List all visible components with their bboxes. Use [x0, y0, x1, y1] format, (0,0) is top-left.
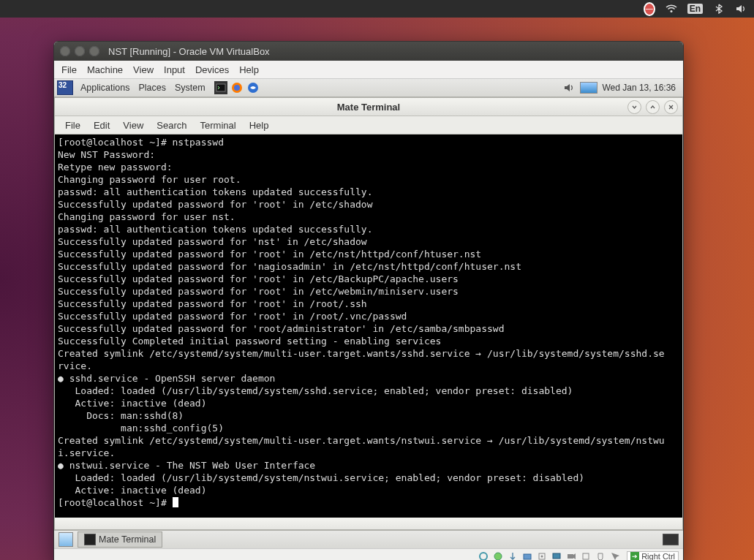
vbox-status-display-icon[interactable] [551, 550, 562, 560]
svg-point-5 [480, 553, 487, 560]
bluetooth-icon[interactable] [713, 3, 725, 15]
vbox-menu-input[interactable]: Input [164, 64, 185, 75]
guest-clock[interactable]: Wed Jan 13, 16:36 [602, 83, 680, 93]
svg-point-3 [234, 85, 240, 91]
vbox-statusbar: ➔ Right Ctrl [54, 548, 683, 560]
vbox-window-title: NST [Running] - Oracle VM VirtualBox [108, 46, 270, 57]
terminal-minimize-button[interactable] [627, 100, 641, 114]
svg-rect-7 [524, 554, 531, 559]
vbox-status-recording-icon[interactable] [565, 550, 577, 560]
vbox-status-network-icon[interactable] [536, 550, 548, 560]
host-topbar: — En [0, 0, 754, 18]
vbox-menu-devices[interactable]: Devices [195, 64, 229, 75]
volume-icon[interactable] [735, 3, 747, 15]
terminal-menu-search[interactable]: Search [151, 118, 192, 132]
guest-bottom-panel: Mate Terminal [54, 530, 683, 548]
mate-terminal-titlebar[interactable]: Mate Terminal [55, 98, 682, 116]
svg-rect-1 [216, 84, 225, 91]
guest-display-icon[interactable] [580, 82, 597, 94]
taskbar-entry-mate-terminal[interactable]: Mate Terminal [78, 531, 162, 548]
terminal-output[interactable]: [root@localhost ~]# nstpasswd New NST Pa… [55, 135, 682, 518]
vbox-menu-machine[interactable]: Machine [87, 64, 123, 75]
svg-point-9 [541, 556, 543, 558]
svg-point-6 [494, 553, 502, 560]
window-close-button[interactable] [60, 46, 70, 56]
wifi-icon[interactable] [666, 3, 677, 15]
vbox-status-optical-icon[interactable] [492, 550, 504, 560]
keyboard-layout-indicator[interactable]: En [687, 4, 703, 14]
nst-menu-icon[interactable]: 32 [57, 80, 73, 95]
mate-terminal-menubar: File Edit View Search Terminal Help [55, 116, 682, 135]
vbox-status-shared-folders-icon[interactable] [521, 550, 533, 560]
vbox-menu-file[interactable]: File [61, 64, 77, 75]
window-maximize-button[interactable] [89, 46, 99, 56]
guest-menu-applications[interactable]: Applications [76, 83, 134, 93]
vbox-menu-help[interactable]: Help [239, 64, 259, 75]
guest-top-panel: 32 Applications Places System Wed Jan [54, 79, 683, 97]
firefox-launcher-icon[interactable] [230, 81, 244, 94]
mate-terminal-window: Mate Terminal File Edit View Se [54, 97, 683, 530]
vbox-status-hdd-icon[interactable] [478, 550, 489, 560]
terminal-close-button[interactable] [664, 100, 678, 114]
terminal-menu-terminal[interactable]: Terminal [195, 118, 242, 132]
show-desktop-button[interactable] [59, 532, 73, 547]
host-key-label: Right Ctrl [641, 552, 675, 560]
taskbar-entry-label: Mate Terminal [99, 534, 156, 545]
terminal-menu-file[interactable]: File [59, 118, 86, 132]
mate-terminal-title: Mate Terminal [337, 102, 400, 113]
terminal-menu-view[interactable]: View [117, 118, 149, 132]
vbox-status-keyboard-icon[interactable] [609, 550, 621, 560]
svg-rect-11 [568, 554, 573, 559]
terminal-menu-edit[interactable]: Edit [88, 118, 116, 132]
vbox-status-cpu-icon[interactable] [580, 550, 592, 560]
terminal-bottom-strip [55, 518, 682, 529]
vbox-menubar: File Machine View Input Devices Help [54, 61, 683, 79]
vbox-status-usb-icon[interactable] [507, 550, 519, 560]
vbox-host-key-indicator[interactable]: ➔ Right Ctrl [627, 551, 679, 560]
guest-volume-icon[interactable] [562, 81, 576, 94]
vbox-titlebar[interactable]: NST [Running] - Oracle VM VirtualBox [54, 42, 683, 61]
terminal-taskbar-icon [84, 534, 96, 545]
guest-desktop: 32 Applications Places System Wed Jan [54, 79, 683, 548]
guest-menu-places[interactable]: Places [134, 83, 170, 93]
thunderbird-launcher-icon[interactable] [246, 81, 260, 94]
vbox-status-mouse-icon[interactable] [595, 550, 606, 560]
vbox-menu-view[interactable]: View [133, 64, 154, 75]
virtualbox-window: NST [Running] - Oracle VM VirtualBox Fil… [53, 41, 684, 560]
guest-menu-system[interactable]: System [170, 83, 210, 93]
update-manager-icon[interactable]: — [644, 3, 655, 15]
terminal-launcher-icon[interactable] [214, 81, 227, 94]
host-key-arrow-icon: ➔ [630, 552, 639, 560]
svg-rect-10 [553, 553, 560, 559]
terminal-menu-help[interactable]: Help [244, 118, 275, 132]
svg-point-0 [670, 10, 672, 12]
terminal-maximize-button[interactable] [646, 100, 660, 114]
window-minimize-button[interactable] [75, 46, 85, 56]
svg-rect-12 [583, 553, 589, 559]
workspace-switcher[interactable] [663, 534, 679, 545]
